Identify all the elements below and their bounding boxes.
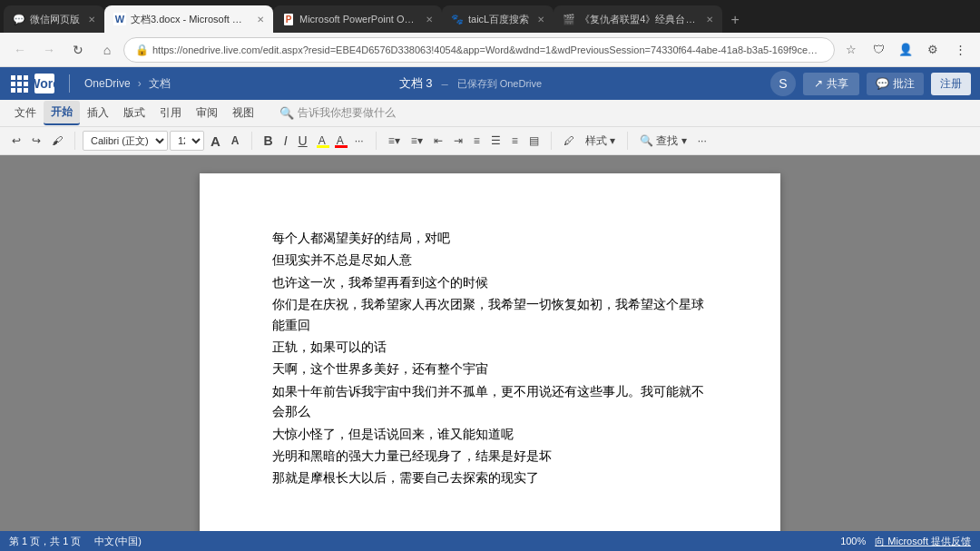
menu-search-text: 告诉我你想要做什么 — [298, 105, 396, 121]
tab-baidu-close-icon[interactable]: ✕ — [537, 15, 544, 25]
clear-format-button[interactable]: 🖊 — [559, 133, 579, 149]
menu-references[interactable]: 引用 — [152, 102, 189, 124]
tab-wechat[interactable]: 💬 微信网页版 ✕ — [4, 5, 104, 33]
menu-button[interactable]: ⋮ — [947, 37, 973, 63]
ribbon-divider-1 — [74, 132, 75, 150]
word-favicon-icon: W — [113, 13, 126, 25]
font-color-button[interactable]: A — [332, 133, 348, 149]
undo-button[interactable]: ↩ — [7, 133, 25, 149]
tab-bar: 💬 微信网页版 ✕ W 文档3.docx - Microsoft Word...… — [0, 0, 980, 33]
tab-baidu[interactable]: 🐾 taicL百度搜索 ✕ — [442, 5, 554, 33]
doc-area[interactable]: 每个人都渴望美好的结局，对吧 但现实并不总是尽如人意 也许这一次，我希望再看到这… — [0, 155, 980, 531]
skype-button[interactable]: S — [770, 71, 796, 96]
feedback-link[interactable]: 向 Microsoft 提供反馈 — [875, 535, 971, 548]
tab-avengers-title: 《复仇者联盟4》经典台词_经... — [580, 13, 698, 26]
italic-button[interactable]: I — [279, 132, 292, 150]
share-button[interactable]: ↗ 共享 — [803, 73, 859, 95]
doc-line-4: 你们是在庆祝，我希望家人再次团聚，我希望一切恢复如初，我希望这个星球能重回 — [272, 294, 708, 335]
menu-home[interactable]: 开始 — [44, 101, 80, 125]
reload-button[interactable]: ↻ — [65, 37, 91, 63]
word-title: 文档 3 – 已保存到 OneDrive — [171, 75, 770, 92]
align-right-button[interactable]: ≡ — [507, 133, 523, 149]
tab-ppt-close-icon[interactable]: ✕ — [426, 15, 433, 25]
saved-status: 已保存到 OneDrive — [457, 77, 543, 91]
bookmark-button[interactable]: ☆ — [838, 37, 864, 63]
tab-ppt[interactable]: P Microsoft PowerPoint Online ... ✕ — [273, 5, 442, 33]
browser-actions: ☆ 🛡 👤 ⚙ ⋮ — [838, 37, 973, 63]
sync-button[interactable]: ⚙ — [920, 37, 946, 63]
decrease-indent-button[interactable]: ⇤ — [429, 133, 447, 149]
menu-layout[interactable]: 版式 — [116, 102, 152, 124]
word-app: Word OneDrive › 文档 文档 3 – 已保存到 OneDrive … — [0, 67, 980, 551]
menu-search[interactable]: 🔍 告诉我你想要做什么 — [279, 105, 396, 121]
waffle-button[interactable] — [9, 74, 29, 93]
more-ribbon-button[interactable]: ··· — [693, 133, 711, 149]
title-sep-icon: – — [441, 77, 447, 91]
highlight-button[interactable]: A — [314, 133, 330, 149]
back-button[interactable]: ← — [7, 37, 33, 63]
tab-avengers[interactable]: 🎬 《复仇者联盟4》经典台词_经... ✕ — [554, 5, 722, 33]
forward-button[interactable]: → — [36, 37, 62, 63]
search-icon: 🔍 — [279, 106, 294, 120]
shrink-font-button[interactable]: A — [227, 133, 244, 149]
share-icon: ↗ — [814, 77, 823, 90]
bullets-button[interactable]: ≡▾ — [384, 133, 405, 149]
tab-word-close-icon[interactable]: ✕ — [257, 15, 264, 25]
tab-word[interactable]: W 文档3.docx - Microsoft Word... ✕ — [104, 5, 273, 33]
lock-icon: 🔒 — [135, 44, 149, 56]
zoom-level: 100% — [840, 536, 866, 546]
new-tab-button[interactable]: + — [722, 7, 748, 33]
more-formatting-button[interactable]: ··· — [350, 133, 368, 149]
wechat-favicon-icon: 💬 — [13, 13, 25, 25]
redo-button[interactable]: ↩ — [27, 133, 45, 149]
grow-font-button[interactable]: A — [206, 132, 225, 151]
align-center-button[interactable]: ☰ — [486, 133, 505, 149]
ribbon-divider-4 — [551, 132, 552, 150]
word-actions: S ↗ 共享 💬 批注 注册 — [770, 71, 971, 96]
word-logo-icon: Word — [34, 74, 54, 93]
paragraph-group: ≡▾ ≡▾ ⇤ ⇥ ≡ ☰ ≡ ▤ — [384, 133, 544, 149]
status-left: 第 1 页，共 1 页 中文(中国) — [9, 535, 142, 548]
align-left-button[interactable]: ≡ — [469, 133, 485, 149]
menu-view[interactable]: 视图 — [225, 102, 261, 124]
tab-wechat-close-icon[interactable]: ✕ — [88, 15, 95, 25]
review-button[interactable]: 💬 批注 — [867, 73, 924, 95]
tab-word-title: 文档3.docx - Microsoft Word... — [131, 13, 249, 26]
font-size-select[interactable]: 12 — [170, 131, 204, 151]
bold-button[interactable]: B — [260, 132, 278, 150]
url-text: https://onedrive.live.com/edit.aspx?resi… — [152, 44, 823, 55]
doc-line-2: 但现实并不总是尽如人意 — [272, 250, 708, 270]
highlight-color-bar — [317, 145, 329, 148]
increase-indent-button[interactable]: ⇥ — [449, 133, 467, 149]
register-button[interactable]: 注册 — [931, 73, 971, 95]
avengers-favicon-icon: 🎬 — [563, 13, 575, 25]
url-bar[interactable]: 🔒 https://onedrive.live.com/edit.aspx?re… — [123, 37, 835, 63]
extensions-button[interactable]: 🛡 — [866, 37, 891, 63]
ribbon: ↩ ↩ 🖌 Calibri (正文) 12 A A B I U — [0, 127, 980, 155]
breadcrumb-onedrive[interactable]: OneDrive — [84, 77, 131, 90]
menu-insert[interactable]: 插入 — [80, 102, 116, 124]
format-painter-button[interactable]: 🖌 — [47, 133, 67, 149]
font-name-select[interactable]: Calibri (正文) — [83, 131, 168, 151]
breadcrumb-docs[interactable]: 文档 — [149, 76, 171, 92]
doc-page: 每个人都渴望美好的结局，对吧 但现实并不总是尽如人意 也许这一次，我希望再看到这… — [200, 173, 780, 531]
doc-line-8: 大惊小怪了，但是话说回来，谁又能知道呢 — [272, 424, 708, 444]
menu-file[interactable]: 文件 — [7, 102, 44, 124]
language-indicator: 中文(中国) — [94, 535, 141, 548]
home-button[interactable]: ⌂ — [94, 37, 120, 63]
doc-content[interactable]: 每个人都渴望美好的结局，对吧 但现实并不总是尽如人意 也许这一次，我希望再看到这… — [272, 228, 708, 488]
page-info: 第 1 页，共 1 页 — [9, 535, 81, 548]
profile-button[interactable]: 👤 — [893, 37, 918, 63]
styles-group: 🖊 样式 ▾ — [559, 132, 620, 151]
styles-button[interactable]: 样式 ▾ — [581, 132, 620, 151]
tab-avengers-close-icon[interactable]: ✕ — [706, 15, 713, 25]
status-right: 100% 向 Microsoft 提供反馈 — [840, 535, 971, 548]
menu-review[interactable]: 审阅 — [189, 102, 225, 124]
underline-button[interactable]: U — [294, 132, 312, 150]
ribbon-divider-5 — [627, 132, 628, 150]
find-button[interactable]: 🔍 查找 ▾ — [635, 132, 691, 151]
doc-line-9: 光明和黑暗的强大力量已经现身了，结果是好是坏 — [272, 446, 708, 466]
numbering-button[interactable]: ≡▾ — [407, 133, 427, 149]
baidu-favicon-icon: 🐾 — [451, 13, 464, 25]
justify-button[interactable]: ▤ — [524, 133, 544, 149]
